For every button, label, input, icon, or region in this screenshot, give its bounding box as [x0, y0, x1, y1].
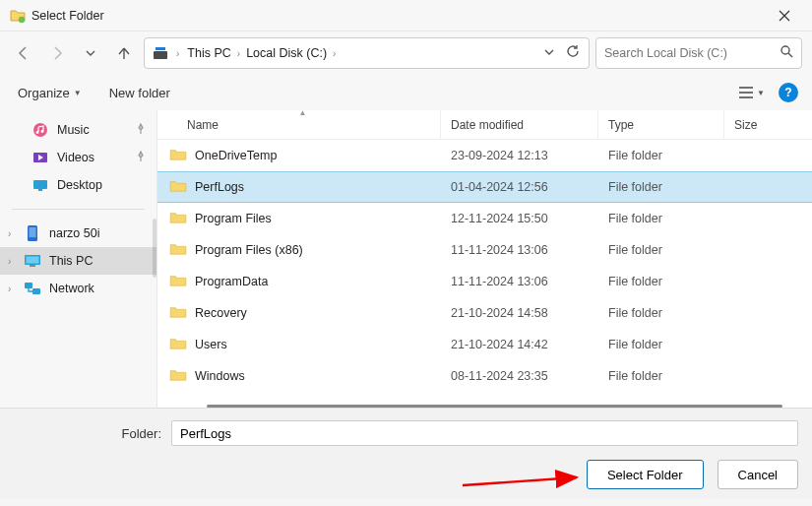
- sidebar-separator: [12, 209, 145, 210]
- address-bar[interactable]: › This PC › Local Disk (C:) ›: [144, 37, 590, 69]
- sidebar-item-label: Network: [49, 282, 94, 295]
- toolbar: Organize ▼ New folder ▼ ?: [0, 75, 812, 110]
- forward-button[interactable]: [43, 39, 71, 67]
- up-button[interactable]: [110, 39, 138, 67]
- breadcrumb-item[interactable]: Local Disk (C:): [242, 44, 331, 62]
- sidebar-item-desktop[interactable]: Desktop: [0, 171, 156, 199]
- sidebar: MusicVideosDesktop ›narzo 50i›This PC›Ne…: [0, 110, 157, 408]
- file-row[interactable]: ProgramData11-11-2024 13:06File folder: [157, 266, 812, 297]
- file-row[interactable]: Program Files (x86)11-11-2024 13:06File …: [157, 234, 812, 266]
- svg-rect-12: [30, 227, 36, 237]
- file-row[interactable]: OneDriveTemp23-09-2024 12:13File folder: [157, 140, 812, 171]
- sidebar-item-network[interactable]: ›Network: [0, 275, 156, 302]
- sidebar-item-narzo-50i[interactable]: ›narzo 50i: [0, 220, 156, 247]
- folder-icon: [169, 368, 187, 385]
- select-folder-button[interactable]: Select Folder: [587, 460, 704, 489]
- file-type: File folder: [598, 338, 724, 351]
- pin-icon: [135, 151, 149, 165]
- svg-point-7: [41, 130, 44, 133]
- sidebar-item-music[interactable]: Music: [0, 116, 156, 144]
- folder-icon: [169, 274, 187, 290]
- window-title: Select Folder: [31, 9, 104, 23]
- svg-point-5: [33, 123, 47, 137]
- svg-point-0: [19, 16, 25, 22]
- svg-rect-16: [25, 283, 32, 288]
- folder-name-input[interactable]: [171, 420, 798, 446]
- sidebar-item-this-pc[interactable]: ›This PC: [0, 247, 156, 275]
- network-icon: [24, 280, 41, 297]
- close-button[interactable]: [767, 3, 802, 29]
- recent-locations-button[interactable]: [77, 39, 104, 67]
- file-name: PerfLogs: [195, 180, 244, 194]
- file-date: 21-10-2024 14:58: [441, 306, 598, 320]
- file-type: File folder: [598, 243, 724, 257]
- file-row[interactable]: Recovery21-10-2024 14:58File folder: [157, 297, 812, 329]
- column-type[interactable]: Type: [598, 110, 724, 139]
- file-row[interactable]: Program Files12-11-2024 15:50File folder: [157, 203, 812, 234]
- svg-rect-14: [27, 257, 39, 264]
- breadcrumb-item[interactable]: This PC: [183, 44, 234, 62]
- footer: Folder: Select Folder Cancel: [0, 408, 812, 499]
- chevron-right-icon: ›: [8, 284, 11, 294]
- horizontal-scrollbar[interactable]: [207, 405, 782, 408]
- svg-rect-3: [157, 48, 164, 49]
- view-mode-button[interactable]: ▼: [738, 86, 765, 99]
- folder-field-label: Folder:: [14, 426, 161, 441]
- folder-icon: [169, 337, 187, 353]
- sidebar-item-videos[interactable]: Videos: [0, 144, 156, 171]
- folder-icon: [169, 211, 187, 227]
- caret-down-icon: ▼: [757, 89, 765, 97]
- column-name[interactable]: Name ▲: [157, 110, 441, 139]
- file-date: 23-09-2024 12:13: [441, 149, 598, 162]
- file-type: File folder: [598, 275, 724, 288]
- column-date[interactable]: Date modified: [441, 110, 598, 139]
- svg-rect-10: [38, 189, 42, 191]
- file-date: 11-11-2024 13:06: [441, 275, 598, 288]
- folder-icon: [169, 242, 187, 259]
- new-folder-button[interactable]: New folder: [109, 86, 170, 100]
- music-icon: [31, 121, 49, 139]
- sidebar-item-label: Music: [57, 123, 90, 137]
- breadcrumb: This PC › Local Disk (C:) ›: [183, 44, 539, 62]
- titlebar: Select Folder: [0, 0, 812, 32]
- videos-icon: [31, 149, 49, 166]
- sidebar-scrollbar[interactable]: [153, 219, 156, 278]
- file-type: File folder: [598, 149, 724, 162]
- file-row[interactable]: Users21-10-2024 14:42File folder: [157, 329, 812, 360]
- file-name: Program Files: [195, 212, 272, 225]
- refresh-button[interactable]: [565, 43, 581, 63]
- file-name: Program Files (x86): [195, 243, 303, 257]
- cancel-button[interactable]: Cancel: [718, 460, 798, 489]
- pin-icon: [135, 123, 149, 138]
- file-row[interactable]: Windows08-11-2024 23:35File folder: [157, 360, 812, 392]
- pc-icon: [24, 252, 41, 270]
- file-row[interactable]: PerfLogs01-04-2024 12:56File folder: [157, 171, 812, 203]
- file-type: File folder: [598, 369, 724, 383]
- organize-menu[interactable]: Organize ▼: [18, 86, 82, 100]
- svg-point-4: [781, 46, 789, 54]
- sidebar-item-label: narzo 50i: [49, 226, 99, 240]
- svg-rect-9: [33, 180, 47, 189]
- desktop-icon: [31, 176, 49, 194]
- organize-label: Organize: [18, 86, 70, 100]
- file-date: 01-04-2024 12:56: [441, 180, 598, 194]
- file-name: Windows: [195, 369, 245, 383]
- caret-down-icon: ▼: [74, 89, 82, 97]
- address-dropdown-button[interactable]: [543, 44, 555, 62]
- column-size[interactable]: Size: [724, 110, 783, 139]
- back-button[interactable]: [10, 39, 37, 67]
- svg-rect-15: [30, 265, 35, 267]
- drive-icon: [153, 43, 172, 63]
- main-area: MusicVideosDesktop ›narzo 50i›This PC›Ne…: [0, 110, 812, 408]
- nav-row: › This PC › Local Disk (C:) ›: [0, 32, 812, 75]
- file-type: File folder: [598, 180, 724, 194]
- search-box[interactable]: [595, 37, 802, 69]
- sort-indicator-icon: ▲: [299, 108, 307, 117]
- search-input[interactable]: [604, 46, 780, 60]
- phone-icon: [24, 224, 41, 242]
- chevron-right-icon: ›: [237, 48, 240, 59]
- help-button[interactable]: ?: [779, 83, 798, 102]
- file-name: OneDriveTemp: [195, 149, 277, 162]
- app-icon: [10, 8, 26, 24]
- new-folder-label: New folder: [109, 86, 170, 100]
